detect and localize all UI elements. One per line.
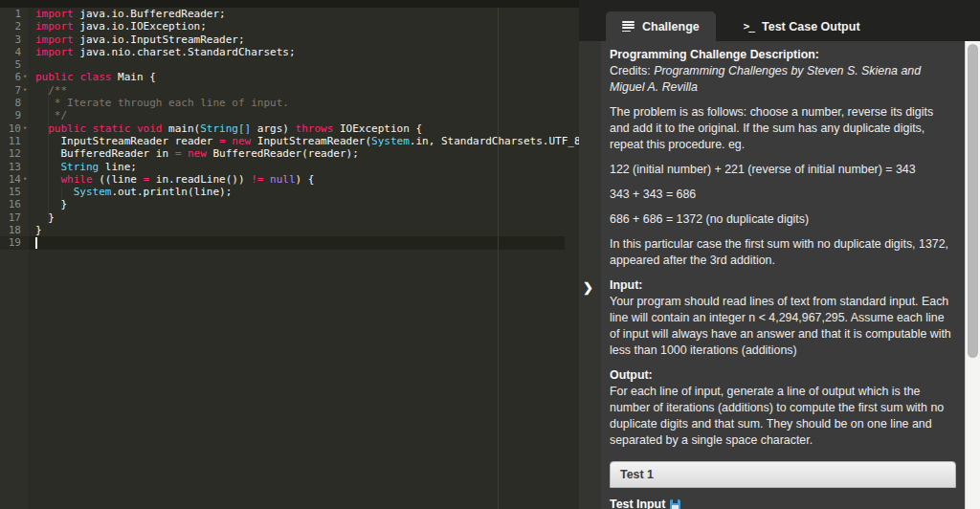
description-paragraph: Programming Challenge Description:Credit… [610,47,956,96]
line-number[interactable]: 19 [0,236,29,249]
line-number[interactable]: 7▾ [0,84,29,97]
fold-icon[interactable]: ▾ [21,173,29,186]
tab-test-case-output-label: Test Case Output [762,20,860,33]
code-line[interactable]: 5 [0,58,579,71]
line-number-text: 2 [0,20,21,33]
code-line[interactable]: 19 [0,236,579,249]
code-text: import java.nio.charset.StandardCharsets… [29,46,296,58]
line-number[interactable]: 9 [0,109,29,122]
description-paragraph: Output:For each line of input, generate … [610,367,956,449]
code-line[interactable]: 10▾ public static void main(String[] arg… [0,122,579,135]
line-number[interactable]: 12 [0,147,29,160]
code-line[interactable]: 15 System.out.println(line); [0,186,579,198]
code-line[interactable]: 2import java.io.IOException; [0,20,579,33]
line-number[interactable]: 5 [0,58,29,71]
test-input-label: Test Input [610,497,956,509]
description-paragraph: Input:Your program should read lines of … [610,277,956,359]
line-number[interactable]: 14▾ [0,173,29,186]
description-heading: Programming Challenge Description: [610,47,956,63]
fold-icon[interactable]: ▾ [21,84,29,97]
scrollbar[interactable] [965,41,980,509]
panel-tab-bar: Challenge >_ Test Case Output [579,0,980,41]
line-number-text: 16 [0,198,21,210]
line-number[interactable]: 11 [0,135,29,147]
line-number[interactable]: 13 [0,161,29,173]
tab-test-case-output[interactable]: >_ Test Case Output [727,11,877,41]
code-text: } [29,211,55,224]
line-number[interactable]: 15 [0,186,29,198]
code-line[interactable]: 18} [0,224,579,236]
description-paragraph: 343 + 343 = 686 [610,187,956,203]
code-text [29,236,35,249]
code-line[interactable]: 9 */ [0,109,579,122]
tab-challenge[interactable]: Challenge [606,11,716,41]
test-case-card: Test 1 Test Input 122 [610,461,956,509]
test-case-header[interactable]: Test 1 [610,461,956,488]
panel-collapse-handle[interactable]: ❯ [579,41,601,509]
description-text: The problem is as follows: choose a numb… [610,104,956,153]
line-number-text: 1 [0,8,21,20]
description-paragraph: 686 + 686 = 1372 (no duplicate digits) [610,211,956,228]
description-paragraph: In this particular case the first sum wi… [610,236,956,269]
code-line[interactable]: 13 String line; [0,161,579,173]
line-number[interactable]: 17 [0,211,29,224]
description-heading: Output: [610,367,956,384]
line-number-text: 17 [0,211,21,224]
code-line[interactable]: 17 } [0,211,579,224]
code-text: String line; [29,161,137,173]
line-number[interactable]: 8 [0,97,29,109]
code-line[interactable]: 16 } [0,198,579,210]
description-paragraph: The problem is as follows: choose a numb… [610,104,956,153]
line-number-text: 5 [0,58,21,71]
line-number-text: 12 [0,147,21,160]
code-text: import java.io.IOException; [29,20,207,33]
code-line[interactable]: 8 * Iterate through each line of input. [0,97,579,109]
credits-line: Credits: Programming Challenges by Steve… [610,63,956,96]
line-number[interactable]: 3 [0,33,29,46]
line-number-text: 19 [0,236,21,249]
challenge-description: Programming Challenge Description:Credit… [601,41,965,509]
code-line[interactable]: 1import java.io.BufferedReader; [0,8,579,20]
line-number-text: 10 [0,122,21,135]
code-line[interactable]: 7▾ /** [0,84,579,97]
panel-body: ❯ Programming Challenge Description:Cred… [579,41,980,509]
code-line[interactable]: 4import java.nio.charset.StandardCharset… [0,46,579,58]
line-number[interactable]: 1 [0,8,29,20]
code-line[interactable]: 6▾public class Main { [0,71,579,83]
fold-icon[interactable]: ▾ [21,71,29,83]
description-paragraph: 122 (initial number) + 221 (reverse of i… [610,162,956,178]
fold-icon[interactable]: ▾ [21,122,29,135]
code-line[interactable]: 14▾ while ((line = in.readLine()) != nul… [0,173,579,186]
line-number-text: 9 [0,109,21,122]
code-editor[interactable]: 1import java.io.BufferedReader;2import j… [0,8,579,509]
code-text: public class Main { [29,71,156,83]
line-number[interactable]: 4 [0,46,29,58]
code-text: /** [29,84,67,97]
list-icon [622,21,635,32]
code-line[interactable]: 3import java.io.InputStreamReader; [0,33,579,46]
code-text: } [29,198,67,210]
code-text: System.out.println(line); [29,186,232,198]
code-line[interactable]: 11 InputStreamReader reader = new InputS… [0,135,579,147]
line-number-text: 14 [0,173,21,186]
line-number[interactable]: 10▾ [0,122,29,135]
line-number[interactable]: 2 [0,20,29,33]
code-text: InputStreamReader reader = new InputStre… [29,135,579,147]
scrollbar-thumb[interactable] [968,44,978,358]
line-number[interactable]: 16 [0,198,29,210]
description-heading: Input: [610,277,956,294]
line-number-text: 11 [0,135,21,147]
description-text: 122 (initial number) + 221 (reverse of i… [610,162,956,178]
code-text: BufferedReader in = new BufferedReader(r… [29,147,359,160]
line-number[interactable]: 18 [0,224,29,236]
save-icon[interactable] [670,499,680,509]
code-text: import java.io.InputStreamReader; [29,33,245,46]
text-cursor [35,237,37,249]
description-text: 343 + 343 = 686 [610,187,956,203]
line-number-text: 6 [0,71,21,83]
line-number-text: 18 [0,224,21,236]
line-number[interactable]: 6▾ [0,71,29,83]
code-line[interactable]: 12 BufferedReader in = new BufferedReade… [0,147,579,160]
code-text: import java.io.BufferedReader; [29,8,226,20]
terminal-icon: >_ [744,20,754,33]
